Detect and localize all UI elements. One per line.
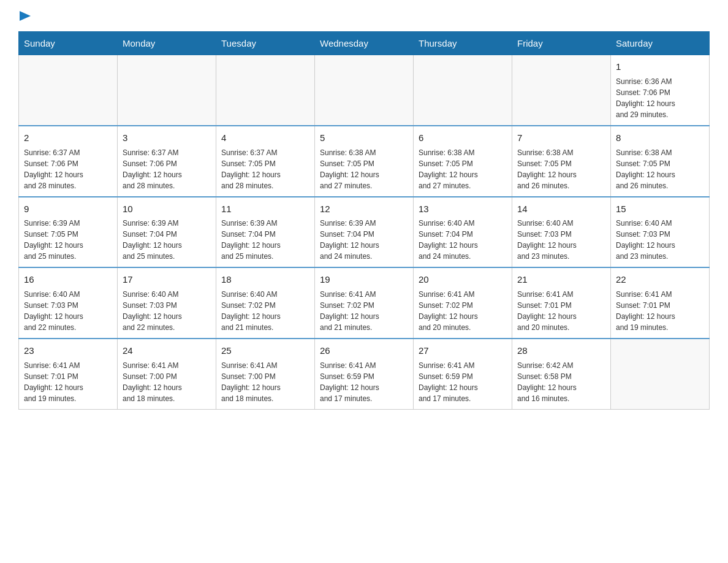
day-info: Sunrise: 6:38 AM Sunset: 7:05 PM Dayligh…: [616, 147, 704, 191]
day-info: Sunrise: 6:38 AM Sunset: 7:05 PM Dayligh…: [419, 147, 507, 191]
calendar-cell: 11Sunrise: 6:39 AM Sunset: 7:04 PM Dayli…: [216, 197, 315, 268]
day-number: 17: [123, 273, 211, 286]
calendar-cell: [611, 339, 710, 409]
calendar-cell: 26Sunrise: 6:41 AM Sunset: 6:59 PM Dayli…: [315, 339, 414, 409]
day-info: Sunrise: 6:40 AM Sunset: 7:03 PM Dayligh…: [24, 289, 112, 333]
day-info: Sunrise: 6:40 AM Sunset: 7:02 PM Dayligh…: [221, 289, 309, 333]
day-number: 5: [320, 131, 408, 145]
day-number: 8: [616, 131, 704, 145]
day-info: Sunrise: 6:41 AM Sunset: 7:00 PM Dayligh…: [123, 360, 211, 404]
calendar-cell: 14Sunrise: 6:40 AM Sunset: 7:03 PM Dayli…: [512, 197, 611, 268]
day-info: Sunrise: 6:37 AM Sunset: 7:06 PM Dayligh…: [123, 147, 211, 191]
day-info: Sunrise: 6:36 AM Sunset: 7:06 PM Dayligh…: [616, 76, 704, 120]
calendar-cell: 25Sunrise: 6:41 AM Sunset: 7:00 PM Dayli…: [216, 339, 315, 409]
calendar-header-row: SundayMondayTuesdayWednesdayThursdayFrid…: [19, 32, 710, 55]
day-number: 14: [517, 202, 605, 216]
day-number: 3: [123, 131, 211, 145]
day-number: 23: [24, 344, 112, 358]
day-number: 19: [320, 273, 408, 286]
weekday-header-tuesday: Tuesday: [216, 32, 315, 55]
calendar-cell: 3Sunrise: 6:37 AM Sunset: 7:06 PM Daylig…: [118, 126, 216, 197]
calendar-cell: [19, 55, 118, 126]
day-info: Sunrise: 6:39 AM Sunset: 7:05 PM Dayligh…: [24, 218, 112, 262]
svg-marker-0: [20, 11, 31, 21]
calendar-week-row: 16Sunrise: 6:40 AM Sunset: 7:03 PM Dayli…: [19, 267, 710, 339]
day-number: 6: [419, 131, 507, 145]
day-info: Sunrise: 6:40 AM Sunset: 7:04 PM Dayligh…: [419, 218, 507, 262]
weekday-header-thursday: Thursday: [414, 32, 512, 55]
day-number: 21: [517, 273, 605, 286]
calendar-cell: 16Sunrise: 6:40 AM Sunset: 7:03 PM Dayli…: [19, 267, 118, 339]
day-info: Sunrise: 6:41 AM Sunset: 7:01 PM Dayligh…: [616, 289, 704, 333]
calendar-cell: 23Sunrise: 6:41 AM Sunset: 7:01 PM Dayli…: [19, 339, 118, 409]
weekday-header-saturday: Saturday: [611, 32, 710, 55]
calendar-cell: 22Sunrise: 6:41 AM Sunset: 7:01 PM Dayli…: [611, 267, 710, 339]
calendar-cell: [118, 55, 216, 126]
day-number: 27: [419, 344, 507, 358]
calendar-cell: 27Sunrise: 6:41 AM Sunset: 6:59 PM Dayli…: [414, 339, 512, 409]
day-number: 18: [221, 273, 309, 286]
calendar-cell: 4Sunrise: 6:37 AM Sunset: 7:05 PM Daylig…: [216, 126, 315, 197]
day-info: Sunrise: 6:41 AM Sunset: 7:02 PM Dayligh…: [419, 289, 507, 333]
calendar-cell: 2Sunrise: 6:37 AM Sunset: 7:06 PM Daylig…: [19, 126, 118, 197]
calendar-cell: 17Sunrise: 6:40 AM Sunset: 7:03 PM Dayli…: [118, 267, 216, 339]
page-header: [18, 12, 710, 22]
day-number: 12: [320, 202, 408, 216]
day-info: Sunrise: 6:39 AM Sunset: 7:04 PM Dayligh…: [123, 218, 211, 262]
day-number: 4: [221, 131, 309, 145]
calendar-week-row: 1Sunrise: 6:36 AM Sunset: 7:06 PM Daylig…: [19, 55, 710, 126]
calendar-cell: [512, 55, 611, 126]
day-number: 1: [616, 60, 704, 74]
calendar-week-row: 9Sunrise: 6:39 AM Sunset: 7:05 PM Daylig…: [19, 197, 710, 268]
day-info: Sunrise: 6:37 AM Sunset: 7:05 PM Dayligh…: [221, 147, 309, 191]
weekday-header-wednesday: Wednesday: [315, 32, 414, 55]
day-number: 2: [24, 131, 112, 145]
day-info: Sunrise: 6:41 AM Sunset: 7:00 PM Dayligh…: [221, 360, 309, 404]
day-info: Sunrise: 6:37 AM Sunset: 7:06 PM Dayligh…: [24, 147, 112, 191]
logo-flag-icon: [20, 11, 31, 25]
day-info: Sunrise: 6:42 AM Sunset: 6:58 PM Dayligh…: [517, 360, 605, 404]
day-info: Sunrise: 6:41 AM Sunset: 7:01 PM Dayligh…: [24, 360, 112, 404]
day-number: 28: [517, 344, 605, 358]
calendar-cell: 12Sunrise: 6:39 AM Sunset: 7:04 PM Dayli…: [315, 197, 414, 268]
calendar-cell: 9Sunrise: 6:39 AM Sunset: 7:05 PM Daylig…: [19, 197, 118, 268]
day-number: 16: [24, 273, 112, 286]
calendar-cell: 5Sunrise: 6:38 AM Sunset: 7:05 PM Daylig…: [315, 126, 414, 197]
calendar-cell: [216, 55, 315, 126]
day-number: 9: [24, 202, 112, 216]
calendar-cell: 8Sunrise: 6:38 AM Sunset: 7:05 PM Daylig…: [611, 126, 710, 197]
day-number: 26: [320, 344, 408, 358]
day-number: 7: [517, 131, 605, 145]
day-info: Sunrise: 6:40 AM Sunset: 7:03 PM Dayligh…: [123, 289, 211, 333]
calendar-table: SundayMondayTuesdayWednesdayThursdayFrid…: [18, 31, 710, 410]
calendar-cell: 21Sunrise: 6:41 AM Sunset: 7:01 PM Dayli…: [512, 267, 611, 339]
day-info: Sunrise: 6:40 AM Sunset: 7:03 PM Dayligh…: [616, 218, 704, 262]
weekday-header-sunday: Sunday: [19, 32, 118, 55]
day-number: 22: [616, 273, 704, 286]
weekday-header-friday: Friday: [512, 32, 611, 55]
calendar-cell: 7Sunrise: 6:38 AM Sunset: 7:05 PM Daylig…: [512, 126, 611, 197]
day-info: Sunrise: 6:39 AM Sunset: 7:04 PM Dayligh…: [320, 218, 408, 262]
calendar-cell: 10Sunrise: 6:39 AM Sunset: 7:04 PM Dayli…: [118, 197, 216, 268]
calendar-cell: 20Sunrise: 6:41 AM Sunset: 7:02 PM Dayli…: [414, 267, 512, 339]
day-number: 11: [221, 202, 309, 216]
calendar-cell: 15Sunrise: 6:40 AM Sunset: 7:03 PM Dayli…: [611, 197, 710, 268]
calendar-cell: [414, 55, 512, 126]
calendar-cell: 24Sunrise: 6:41 AM Sunset: 7:00 PM Dayli…: [118, 339, 216, 409]
calendar-week-row: 2Sunrise: 6:37 AM Sunset: 7:06 PM Daylig…: [19, 126, 710, 197]
day-info: Sunrise: 6:41 AM Sunset: 6:59 PM Dayligh…: [419, 360, 507, 404]
day-number: 25: [221, 344, 309, 358]
day-info: Sunrise: 6:38 AM Sunset: 7:05 PM Dayligh…: [517, 147, 605, 191]
day-info: Sunrise: 6:40 AM Sunset: 7:03 PM Dayligh…: [517, 218, 605, 262]
calendar-cell: 13Sunrise: 6:40 AM Sunset: 7:04 PM Dayli…: [414, 197, 512, 268]
calendar-cell: 19Sunrise: 6:41 AM Sunset: 7:02 PM Dayli…: [315, 267, 414, 339]
day-number: 10: [123, 202, 211, 216]
calendar-week-row: 23Sunrise: 6:41 AM Sunset: 7:01 PM Dayli…: [19, 339, 710, 409]
day-info: Sunrise: 6:41 AM Sunset: 7:02 PM Dayligh…: [320, 289, 408, 333]
day-info: Sunrise: 6:41 AM Sunset: 7:01 PM Dayligh…: [517, 289, 605, 333]
calendar-cell: 6Sunrise: 6:38 AM Sunset: 7:05 PM Daylig…: [414, 126, 512, 197]
calendar-cell: 28Sunrise: 6:42 AM Sunset: 6:58 PM Dayli…: [512, 339, 611, 409]
calendar-cell: [315, 55, 414, 126]
calendar-cell: 18Sunrise: 6:40 AM Sunset: 7:02 PM Dayli…: [216, 267, 315, 339]
day-number: 15: [616, 202, 704, 216]
